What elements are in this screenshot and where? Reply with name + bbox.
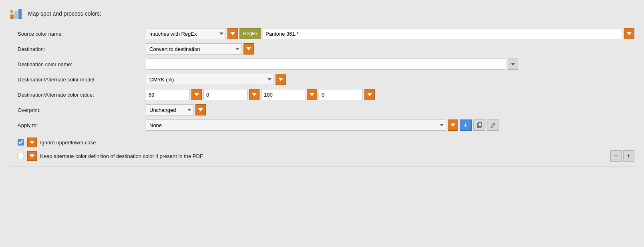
svg-rect-2 bbox=[18, 9, 22, 19]
header: Map spot and process colors: bbox=[10, 6, 634, 21]
chart-icon bbox=[10, 6, 24, 21]
orange-triangle-icon8 bbox=[367, 93, 372, 96]
source-color-dropdown-btn[interactable] bbox=[624, 28, 634, 39]
checkbox2-dropdown-btn[interactable] bbox=[27, 151, 37, 161]
regex-badge: RegEx bbox=[239, 28, 261, 39]
overprint-select-wrap: Unchanged On Off bbox=[146, 104, 194, 115]
overprint-row: Unchanged On Off bbox=[146, 104, 634, 115]
overprint-dropdown-btn[interactable] bbox=[195, 104, 206, 115]
source-color-value-input[interactable] bbox=[263, 28, 622, 39]
apply-to-select-wrap: None bbox=[146, 119, 446, 131]
svg-rect-1 bbox=[14, 11, 18, 19]
pencil-icon bbox=[490, 122, 496, 128]
copy-icon bbox=[476, 122, 483, 128]
orange-triangle-icon4 bbox=[278, 78, 283, 81]
color-value-4-btn[interactable] bbox=[364, 89, 375, 100]
orange-triangle-icon7 bbox=[310, 93, 314, 96]
orange-triangle-icon6 bbox=[252, 93, 257, 96]
dest-alt-color-model-label: Destination/Alternate color model: bbox=[18, 74, 146, 85]
form: Source color name: matches with RegEx ma… bbox=[10, 28, 634, 162]
apply-to-dropdown-btn[interactable] bbox=[448, 119, 458, 131]
apply-to-edit-btn[interactable] bbox=[487, 119, 499, 131]
checkbox1-dropdown-btn[interactable] bbox=[27, 138, 37, 147]
dest-alt-color-model-row: CMYK (%) RGB Gray Lab bbox=[146, 74, 634, 85]
apply-to-label: Apply to: bbox=[18, 119, 146, 131]
color-value-1[interactable] bbox=[146, 89, 190, 100]
svg-rect-0 bbox=[10, 14, 14, 19]
orange-triangle-icon9 bbox=[198, 108, 203, 111]
color-value-4[interactable] bbox=[319, 89, 363, 100]
orange-triangle-icon11 bbox=[30, 141, 34, 144]
orange-triangle-icon bbox=[230, 32, 235, 35]
source-match-dropdown-btn[interactable] bbox=[227, 28, 238, 39]
dest-color-name-row bbox=[146, 59, 634, 70]
dest-alt-color-value-label: Destination/Alternate color value: bbox=[18, 89, 146, 100]
color-value-3-btn[interactable] bbox=[307, 89, 317, 100]
checkbox2-label: Keep alternate color definition of desti… bbox=[40, 153, 203, 159]
ignore-case-checkbox[interactable] bbox=[18, 139, 24, 146]
overprint-label: Overprint: bbox=[18, 104, 146, 115]
apply-to-copy-btn[interactable] bbox=[473, 119, 485, 131]
apply-to-row: None + bbox=[146, 119, 634, 131]
svg-rect-3 bbox=[10, 10, 13, 13]
dest-color-name-input[interactable] bbox=[146, 59, 506, 70]
apply-to-add-btn[interactable]: + bbox=[460, 119, 472, 131]
gray-triangle-icon bbox=[511, 63, 515, 66]
cmyk-select[interactable]: CMYK (%) RGB Gray Lab bbox=[146, 74, 274, 85]
checkbox-section: Ignore upper/lower case Keep alternate c… bbox=[18, 136, 634, 162]
bottom-divider bbox=[10, 166, 634, 166]
overprint-select[interactable]: Unchanged On Off bbox=[146, 104, 194, 115]
keep-alternate-checkbox[interactable] bbox=[18, 153, 24, 159]
color-value-3[interactable] bbox=[261, 89, 305, 100]
source-color-name-row: matches with RegEx matches with equals c… bbox=[146, 28, 634, 39]
source-color-name-label: Source color name: bbox=[18, 28, 146, 39]
source-match-select[interactable]: matches with RegEx matches with equals c… bbox=[146, 28, 226, 39]
svg-rect-5 bbox=[478, 123, 482, 127]
destination-row: Convert to destination Keep Remap bbox=[146, 43, 634, 55]
source-match-select-wrap: matches with RegEx matches with equals c… bbox=[146, 28, 226, 39]
cmyk-dropdown-btn[interactable] bbox=[276, 74, 286, 85]
dest-alt-color-value-row bbox=[146, 89, 634, 100]
orange-triangle-icon2 bbox=[627, 32, 632, 35]
plus-icon: + bbox=[464, 121, 467, 129]
destination-label: Destination: bbox=[18, 43, 146, 55]
checkbox1-row: Ignore upper/lower case bbox=[18, 136, 634, 148]
dest-color-name-label: Destination color name: bbox=[18, 59, 146, 70]
orange-triangle-icon10 bbox=[451, 124, 455, 127]
cmyk-select-wrap: CMYK (%) RGB Gray Lab bbox=[146, 74, 274, 85]
apply-to-select[interactable]: None bbox=[146, 119, 446, 131]
orange-triangle-icon5 bbox=[194, 93, 199, 96]
destination-select-wrap: Convert to destination Keep Remap bbox=[146, 43, 242, 55]
dest-color-name-dropdown-btn[interactable] bbox=[508, 59, 518, 70]
checkbox2-row: Keep alternate color definition of desti… bbox=[18, 150, 634, 162]
orange-triangle-icon3 bbox=[246, 47, 251, 51]
minus-button[interactable]: − bbox=[610, 150, 622, 162]
page-title: Map spot and process colors: bbox=[28, 10, 101, 17]
destination-select[interactable]: Convert to destination Keep Remap bbox=[146, 43, 242, 55]
color-value-1-btn[interactable] bbox=[191, 89, 202, 100]
destination-dropdown-btn[interactable] bbox=[244, 43, 254, 55]
plus-icon2: + bbox=[627, 152, 630, 160]
checkbox1-label: Ignore upper/lower case bbox=[40, 140, 96, 146]
plus-button[interactable]: + bbox=[623, 150, 634, 162]
orange-triangle-icon12 bbox=[30, 154, 34, 158]
color-value-2[interactable] bbox=[203, 89, 248, 100]
color-value-2-btn[interactable] bbox=[249, 89, 260, 100]
minus-icon: − bbox=[614, 152, 618, 160]
